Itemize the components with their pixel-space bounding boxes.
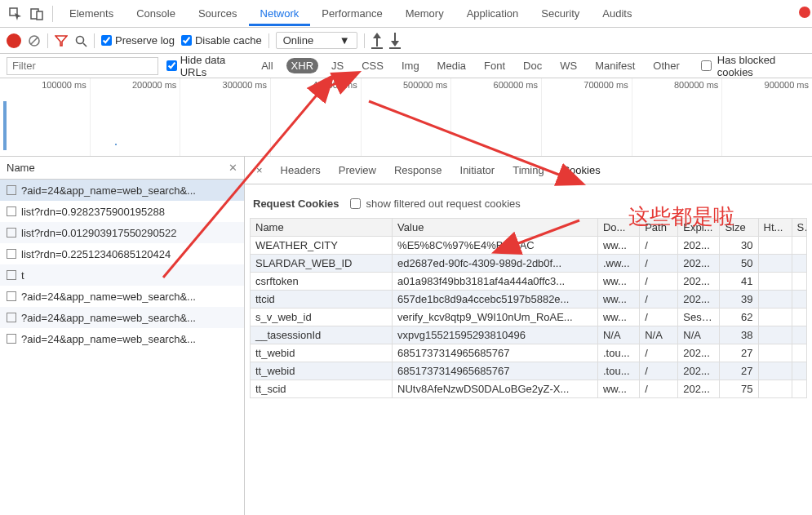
cookie-cell-http (758, 362, 792, 380)
cookie-row[interactable]: csrftokena01a983f49bb3181af4a444a0ffc3..… (251, 273, 807, 291)
filter-css[interactable]: CSS (357, 58, 388, 73)
subtab-cookies[interactable]: Cookies (562, 164, 601, 176)
filter-xhr[interactable]: XHR (286, 58, 318, 73)
col-domain[interactable]: Do... (597, 219, 639, 237)
devtools-tab-bar: Elements Console Sources Network Perform… (0, 0, 812, 28)
disable-cache-checkbox[interactable]: Disable cache (181, 34, 262, 47)
col-value[interactable]: Value (393, 219, 598, 237)
cookie-row[interactable]: s_v_web_idverify_kcv8qtp9_W9I10nUm_RoAE.… (251, 309, 807, 326)
svg-rect-2 (37, 11, 42, 20)
tab-memory[interactable]: Memory (394, 1, 455, 26)
error-indicator-icon (799, 7, 810, 18)
device-toggle-icon[interactable] (26, 3, 47, 24)
tab-security[interactable]: Security (530, 1, 591, 26)
request-row[interactable]: ?aid=24&app_name=web_search&... (0, 180, 244, 201)
col-http[interactable]: Ht... (758, 219, 792, 237)
network-timeline[interactable]: 100000 ms 200000 ms 300000 ms 400000 ms … (0, 78, 812, 157)
filter-img[interactable]: Img (397, 58, 424, 73)
cookie-cell-path: / (640, 273, 678, 291)
filter-input[interactable] (7, 57, 158, 75)
cookie-row[interactable]: tt_scidNUtv8AfeNzwDS0DALoBGe2yZ-X...ww..… (251, 380, 807, 398)
cookie-cell-path: / (640, 291, 678, 309)
throttling-value: Online (283, 34, 314, 47)
cookie-cell-name: s_v_web_id (251, 309, 393, 326)
download-har-icon[interactable] (389, 33, 401, 49)
cookie-cell-domain: ww... (597, 291, 639, 309)
tab-audits[interactable]: Audits (591, 1, 643, 26)
tab-performance[interactable]: Performance (310, 1, 393, 26)
cookie-row[interactable]: tt_webid6851737314965685767.tou.../202..… (251, 362, 807, 380)
timeline-tick: 200000 ms (132, 80, 176, 90)
col-name[interactable]: Name (251, 219, 393, 237)
filter-doc[interactable]: Doc (518, 58, 547, 73)
filter-manifest[interactable]: Manifest (590, 58, 640, 73)
subtab-preview[interactable]: Preview (339, 164, 376, 176)
network-toolbar: Preserve log Disable cache Online ▼ (0, 28, 812, 54)
cookie-cell-size: 38 (720, 326, 758, 344)
request-row[interactable]: list?rdn=0.012903917550290522 (0, 222, 244, 243)
cookie-row[interactable]: WEATHER_CITY%E5%8C%97%E4%BA%ACww.../202.… (251, 237, 807, 255)
cookie-cell-size: 30 (720, 237, 758, 255)
tab-sources[interactable]: Sources (187, 1, 249, 26)
cookie-row[interactable]: ttcid657de1bc8d9a4ccebc5197b5882e...ww..… (251, 291, 807, 309)
cookie-cell-path: / (640, 362, 678, 380)
cookie-cell-value: verify_kcv8qtp9_W9I10nUm_RoAE... (393, 309, 598, 326)
throttling-dropdown[interactable]: Online ▼ (276, 32, 357, 49)
show-filtered-checkbox[interactable]: show filtered out request cookies (350, 198, 520, 210)
tab-console[interactable]: Console (125, 1, 187, 26)
has-blocked-cookies-checkbox[interactable]: Has blocked cookies (698, 54, 805, 78)
subtab-response[interactable]: Response (394, 164, 442, 176)
filter-icon[interactable] (55, 34, 68, 47)
record-button[interactable] (7, 33, 21, 48)
cookie-row[interactable]: __tasessionIdvxpvg15521595293810496N/AN/… (251, 326, 807, 344)
hide-data-urls-checkbox[interactable]: Hide data URLs (166, 54, 248, 78)
request-checkbox-icon (7, 291, 16, 301)
col-path[interactable]: Path (640, 219, 678, 237)
cookie-cell-name: ttcid (251, 291, 393, 309)
request-name: ?aid=24&app_name=web_search&... (21, 333, 196, 345)
tab-network[interactable]: Network (249, 1, 311, 26)
cookie-cell-domain: .ww... (597, 255, 639, 273)
disable-cache-label: Disable cache (195, 34, 262, 47)
close-icon[interactable]: ✕ (229, 162, 237, 174)
request-row[interactable]: ?aid=24&app_name=web_search&... (0, 328, 244, 349)
preserve-log-checkbox[interactable]: Preserve log (101, 34, 175, 47)
subtab-initiator[interactable]: Initiator (460, 164, 495, 176)
upload-har-icon[interactable] (371, 33, 383, 49)
filter-ws[interactable]: WS (555, 58, 582, 73)
request-row[interactable]: t (0, 264, 244, 286)
cookie-cell-path: / (640, 380, 678, 398)
subtab-headers[interactable]: Headers (281, 164, 321, 176)
request-list-header[interactable]: Name ✕ (0, 157, 244, 180)
cookie-row[interactable]: SLARDAR_WEB_IDed2687ed-90fc-4309-989d-2d… (251, 255, 807, 273)
close-detail-icon[interactable]: × (256, 164, 263, 176)
col-expires[interactable]: Expi... (678, 219, 720, 237)
inspect-icon[interactable] (5, 3, 26, 24)
clear-icon[interactable] (28, 34, 41, 47)
search-icon[interactable] (74, 34, 87, 47)
cookie-cell-value: 657de1bc8d9a4ccebc5197b5882e... (393, 291, 598, 309)
cookie-cell-name: WEATHER_CITY (251, 237, 393, 255)
request-row[interactable]: ?aid=24&app_name=web_search&... (0, 307, 244, 328)
request-checkbox-icon (7, 270, 16, 280)
subtab-timing[interactable]: Timing (512, 164, 544, 176)
cookie-cell-name: csrftoken (251, 273, 393, 291)
filter-other[interactable]: Other (648, 58, 685, 73)
col-s[interactable]: S (792, 219, 807, 237)
filter-font[interactable]: Font (479, 58, 510, 73)
filter-all[interactable]: All (256, 58, 277, 73)
cookie-row[interactable]: tt_webid6851737314965685767.tou.../202..… (251, 344, 807, 362)
tab-application[interactable]: Application (455, 1, 530, 26)
filter-js[interactable]: JS (326, 58, 348, 73)
tab-elements[interactable]: Elements (58, 1, 125, 26)
cookie-cell-expires: 202... (678, 344, 720, 362)
request-row[interactable]: list?rdn=0.9282375900195288 (0, 201, 244, 222)
cookies-table-header[interactable]: Name Value Do... Path Expi... Size Ht...… (251, 219, 807, 237)
request-row[interactable]: list?rdn=0.22512340685120424 (0, 243, 244, 264)
filter-media[interactable]: Media (433, 58, 471, 73)
col-size[interactable]: Size (720, 219, 758, 237)
cookie-cell-name: tt_webid (251, 362, 393, 380)
request-list-pane: Name ✕ ?aid=24&app_name=web_search&...li… (0, 157, 245, 515)
request-row[interactable]: ?aid=24&app_name=web_search&... (0, 286, 244, 307)
cookie-cell-expires: 202... (678, 362, 720, 380)
